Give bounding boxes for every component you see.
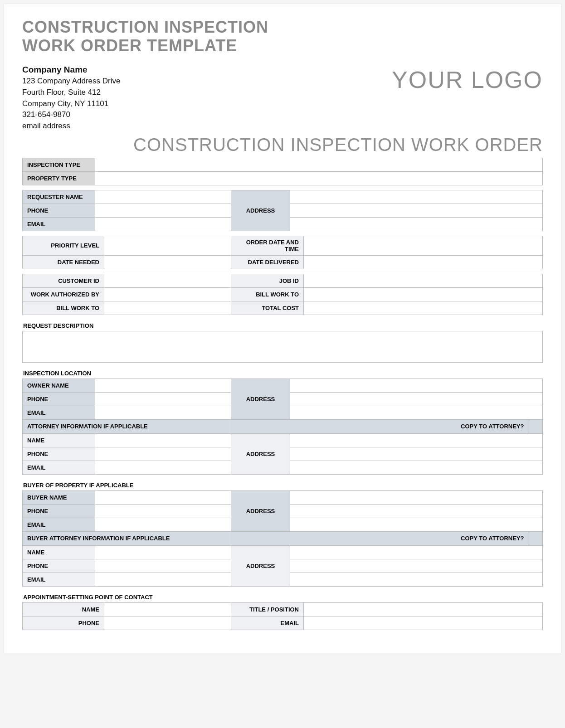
buyer-attorney-address-input-3[interactable] [290,573,543,586]
company-email: email address [22,121,120,132]
job-id-input[interactable] [304,274,543,287]
appointment-table: NAME TITLE / POSITION PHONE EMAIL [22,602,543,630]
buyer-section-header: BUYER OF PROPERTY IF APPLICABLE [23,482,543,489]
request-description-input[interactable] [22,331,543,363]
buyer-copy-to-attorney-checkbox[interactable] [529,532,542,545]
buyer-email-label: EMAIL [23,518,95,531]
work-auth-input[interactable] [104,287,231,301]
contact-title-input[interactable] [304,602,543,616]
buyer-attorney-email-input[interactable] [95,573,231,586]
bill-work-to-label-2: BILL WORK TO [231,287,304,301]
customer-id-label: CUSTOMER ID [23,274,104,287]
property-type-input[interactable] [95,171,543,185]
owner-address-input-3[interactable] [290,406,543,419]
customer-id-input[interactable] [104,274,231,287]
priority-table: PRIORITY LEVEL ORDER DATE AND TIME DATE … [22,236,543,269]
owner-table: OWNER NAME ADDRESS PHONE EMAIL ATTORNEY … [22,379,543,475]
attorney-address-input-3[interactable] [290,461,543,474]
buyer-attorney-phone-input[interactable] [95,559,231,573]
request-description-header: REQUEST DESCRIPTION [23,322,543,329]
buyer-attorney-address-input-2[interactable] [290,559,543,573]
requester-name-input[interactable] [95,190,231,204]
order-date-input[interactable] [304,236,543,255]
property-type-label: PROPERTY TYPE [23,171,95,185]
title-line-2: WORK ORDER TEMPLATE [22,36,237,55]
buyer-attorney-address-input-1[interactable] [290,545,543,559]
requester-address-label: ADDRESS [231,190,290,231]
total-cost-label: TOTAL COST [231,301,304,315]
buyer-phone-input[interactable] [95,504,231,518]
buyer-attorney-address-label: ADDRESS [231,545,290,586]
company-addr1: 123 Company Address Drive [22,76,120,87]
copy-to-attorney-label: COPY TO ATTORNEY? [231,420,529,433]
buyer-attorney-email-label: EMAIL [23,573,95,586]
requester-phone-input[interactable] [95,204,231,217]
contact-title-label: TITLE / POSITION [231,602,304,616]
attorney-info-label: ATTORNEY INFORMATION IF APPLICABLE [23,419,231,433]
type-table: INSPECTION TYPE PROPERTY TYPE [22,158,543,185]
owner-address-input-1[interactable] [290,379,543,392]
copy-to-attorney-checkbox[interactable] [529,420,542,433]
buyer-attorney-name-input[interactable] [95,545,231,559]
contact-name-input[interactable] [104,602,231,616]
buyer-email-input[interactable] [95,518,231,531]
attorney-phone-input[interactable] [95,447,231,461]
buyer-attorney-info-label: BUYER ATTORNEY INFORMATION IF APPLICABLE [23,531,231,545]
requester-email-input[interactable] [95,217,231,231]
owner-name-label: OWNER NAME [23,379,95,392]
requester-address-input-3[interactable] [290,217,543,231]
owner-address-input-2[interactable] [290,392,543,406]
buyer-address-input-2[interactable] [290,504,543,518]
buyer-name-input[interactable] [95,490,231,504]
attorney-address-input-2[interactable] [290,447,543,461]
owner-phone-input[interactable] [95,392,231,406]
form-title: CONSTRUCTION INSPECTION WORK ORDER [22,135,543,155]
inspection-location-header: INSPECTION LOCATION [23,370,543,377]
ids-table: CUSTOMER ID JOB ID WORK AUTHORIZED BY BI… [22,274,543,315]
requester-table: REQUESTER NAME ADDRESS PHONE EMAIL [22,190,543,231]
buyer-copy-to-attorney-label: COPY TO ATTORNEY? [231,532,529,545]
document-title: CONSTRUCTION INSPECTION WORK ORDER TEMPL… [22,18,543,55]
owner-phone-label: PHONE [23,392,95,406]
total-cost-input[interactable] [304,301,543,315]
attorney-address-label: ADDRESS [231,433,290,474]
buyer-name-label: BUYER NAME [23,490,95,504]
buyer-table: BUYER NAME ADDRESS PHONE EMAIL BUYER ATT… [22,490,543,587]
contact-phone-input[interactable] [104,616,231,630]
title-line-1: CONSTRUCTION INSPECTION [22,18,268,36]
contact-email-input[interactable] [304,616,543,630]
date-needed-input[interactable] [104,255,231,269]
contact-name-label: NAME [23,602,104,616]
attorney-phone-label: PHONE [23,447,95,461]
owner-email-input[interactable] [95,406,231,419]
company-phone: 321-654-9870 [22,109,120,121]
attorney-email-input[interactable] [95,461,231,474]
company-name: Company Name [22,63,120,76]
requester-phone-label: PHONE [23,204,95,217]
buyer-phone-label: PHONE [23,504,95,518]
attorney-email-label: EMAIL [23,461,95,474]
owner-name-input[interactable] [95,379,231,392]
attorney-address-input-1[interactable] [290,433,543,447]
requester-address-input-2[interactable] [290,204,543,217]
date-delivered-input[interactable] [304,255,543,269]
inspection-type-label: INSPECTION TYPE [23,158,95,171]
attorney-name-input[interactable] [95,433,231,447]
buyer-attorney-name-label: NAME [23,545,95,559]
attorney-name-label: NAME [23,433,95,447]
logo-placeholder: YOUR LOGO [392,66,543,93]
bill-work-to-input-2[interactable] [304,287,543,301]
buyer-address-input-1[interactable] [290,490,543,504]
requester-address-input-1[interactable] [290,190,543,204]
owner-email-label: EMAIL [23,406,95,419]
date-delivered-label: DATE DELIVERED [231,255,304,269]
requester-email-label: EMAIL [23,217,95,231]
buyer-address-label: ADDRESS [231,490,290,531]
order-date-label: ORDER DATE AND TIME [231,236,304,255]
company-addr3: Company City, NY 11101 [22,98,120,110]
bill-work-to-input[interactable] [104,301,231,315]
buyer-address-input-3[interactable] [290,518,543,531]
priority-level-input[interactable] [104,236,231,255]
inspection-type-input[interactable] [95,158,543,171]
job-id-label: JOB ID [231,274,304,287]
